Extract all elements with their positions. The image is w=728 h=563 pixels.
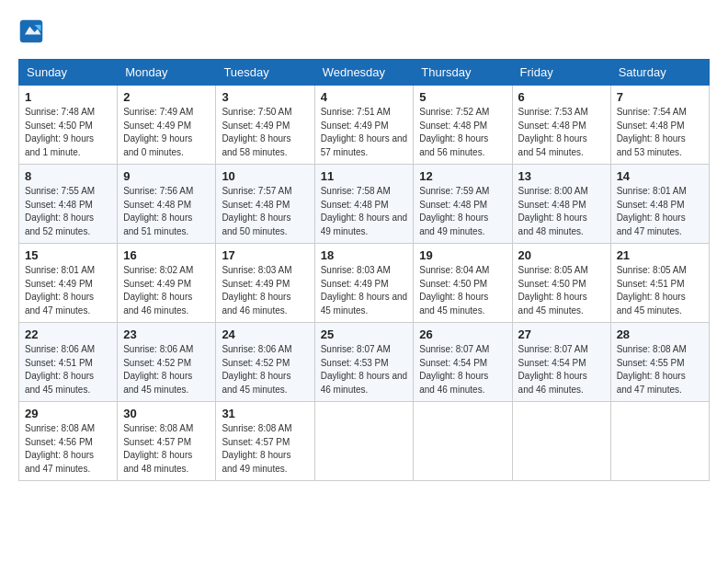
calendar-cell: 30 Sunrise: 8:08 AM Sunset: 4:57 PM Dayl… xyxy=(118,402,216,481)
logo xyxy=(18,18,48,44)
calendar-cell: 25 Sunrise: 8:07 AM Sunset: 4:53 PM Dayl… xyxy=(314,323,414,402)
day-number: 16 xyxy=(123,248,210,262)
day-number: 3 xyxy=(222,90,308,104)
calendar-cell: 11 Sunrise: 7:58 AM Sunset: 4:48 PM Dayl… xyxy=(314,165,414,244)
calendar-cell: 16 Sunrise: 8:02 AM Sunset: 4:49 PM Dayl… xyxy=(118,244,216,323)
day-number: 27 xyxy=(518,327,605,341)
calendar-cell: 4 Sunrise: 7:51 AM Sunset: 4:49 PM Dayli… xyxy=(314,86,414,165)
day-number: 5 xyxy=(419,90,506,104)
day-number: 18 xyxy=(321,248,408,262)
day-info: Sunrise: 8:07 AM Sunset: 4:53 PM Dayligh… xyxy=(321,343,408,396)
calendar-cell: 28 Sunrise: 8:08 AM Sunset: 4:55 PM Dayl… xyxy=(610,323,709,402)
calendar-week-3: 15 Sunrise: 8:01 AM Sunset: 4:49 PM Dayl… xyxy=(19,244,710,323)
day-number: 24 xyxy=(222,327,308,341)
day-number: 22 xyxy=(25,327,111,341)
column-header-tuesday: Tuesday xyxy=(216,60,314,86)
day-info: Sunrise: 8:05 AM Sunset: 4:51 PM Dayligh… xyxy=(617,264,703,317)
day-info: Sunrise: 7:48 AM Sunset: 4:50 PM Dayligh… xyxy=(25,106,111,159)
day-number: 2 xyxy=(123,90,210,104)
day-number: 19 xyxy=(419,248,506,262)
day-info: Sunrise: 7:53 AM Sunset: 4:48 PM Dayligh… xyxy=(518,106,605,159)
calendar-week-5: 29 Sunrise: 8:08 AM Sunset: 4:56 PM Dayl… xyxy=(19,402,710,481)
page-header xyxy=(18,18,710,44)
day-number: 21 xyxy=(617,248,703,262)
day-info: Sunrise: 8:07 AM Sunset: 4:54 PM Dayligh… xyxy=(518,343,605,396)
calendar-cell: 29 Sunrise: 8:08 AM Sunset: 4:56 PM Dayl… xyxy=(19,402,118,481)
day-info: Sunrise: 8:07 AM Sunset: 4:54 PM Dayligh… xyxy=(419,343,506,396)
column-header-thursday: Thursday xyxy=(414,60,512,86)
day-number: 7 xyxy=(617,90,703,104)
day-info: Sunrise: 8:08 AM Sunset: 4:56 PM Dayligh… xyxy=(25,422,111,476)
calendar-cell: 23 Sunrise: 8:06 AM Sunset: 4:52 PM Dayl… xyxy=(118,323,216,402)
calendar-cell: 12 Sunrise: 7:59 AM Sunset: 4:48 PM Dayl… xyxy=(414,165,512,244)
logo-icon xyxy=(18,18,44,44)
column-header-monday: Monday xyxy=(118,60,216,86)
day-info: Sunrise: 7:52 AM Sunset: 4:48 PM Dayligh… xyxy=(419,106,506,159)
calendar-cell: 24 Sunrise: 8:06 AM Sunset: 4:52 PM Dayl… xyxy=(216,323,314,402)
calendar-cell xyxy=(314,402,414,481)
day-info: Sunrise: 8:02 AM Sunset: 4:49 PM Dayligh… xyxy=(123,264,210,317)
calendar-cell: 18 Sunrise: 8:03 AM Sunset: 4:49 PM Dayl… xyxy=(314,244,414,323)
calendar-cell: 17 Sunrise: 8:03 AM Sunset: 4:49 PM Dayl… xyxy=(216,244,314,323)
day-info: Sunrise: 7:55 AM Sunset: 4:48 PM Dayligh… xyxy=(25,185,111,238)
calendar-cell: 31 Sunrise: 8:08 AM Sunset: 4:57 PM Dayl… xyxy=(216,402,314,481)
column-header-wednesday: Wednesday xyxy=(314,60,414,86)
day-number: 23 xyxy=(123,327,210,341)
calendar-cell: 13 Sunrise: 8:00 AM Sunset: 4:48 PM Dayl… xyxy=(512,165,610,244)
day-number: 17 xyxy=(222,248,308,262)
day-info: Sunrise: 8:03 AM Sunset: 4:49 PM Dayligh… xyxy=(222,264,308,317)
calendar: SundayMondayTuesdayWednesdayThursdayFrid… xyxy=(18,59,710,481)
calendar-cell: 22 Sunrise: 8:06 AM Sunset: 4:51 PM Dayl… xyxy=(19,323,118,402)
calendar-week-1: 1 Sunrise: 7:48 AM Sunset: 4:50 PM Dayli… xyxy=(19,86,710,165)
calendar-cell: 10 Sunrise: 7:57 AM Sunset: 4:48 PM Dayl… xyxy=(216,165,314,244)
day-info: Sunrise: 7:54 AM Sunset: 4:48 PM Dayligh… xyxy=(617,106,703,159)
calendar-cell: 8 Sunrise: 7:55 AM Sunset: 4:48 PM Dayli… xyxy=(19,165,118,244)
day-info: Sunrise: 8:03 AM Sunset: 4:49 PM Dayligh… xyxy=(321,264,408,317)
calendar-cell: 6 Sunrise: 7:53 AM Sunset: 4:48 PM Dayli… xyxy=(512,86,610,165)
column-header-saturday: Saturday xyxy=(610,60,709,86)
day-number: 26 xyxy=(419,327,506,341)
day-number: 25 xyxy=(321,327,408,341)
day-info: Sunrise: 8:08 AM Sunset: 4:55 PM Dayligh… xyxy=(617,343,703,396)
day-number: 15 xyxy=(25,248,111,262)
day-number: 1 xyxy=(25,90,111,104)
day-info: Sunrise: 8:08 AM Sunset: 4:57 PM Dayligh… xyxy=(222,422,308,476)
day-info: Sunrise: 8:08 AM Sunset: 4:57 PM Dayligh… xyxy=(123,422,210,476)
day-number: 8 xyxy=(25,169,111,183)
day-number: 10 xyxy=(222,169,308,183)
calendar-cell: 20 Sunrise: 8:05 AM Sunset: 4:50 PM Dayl… xyxy=(512,244,610,323)
day-number: 30 xyxy=(123,407,210,420)
calendar-cell: 26 Sunrise: 8:07 AM Sunset: 4:54 PM Dayl… xyxy=(414,323,512,402)
calendar-cell: 1 Sunrise: 7:48 AM Sunset: 4:50 PM Dayli… xyxy=(19,86,118,165)
day-number: 9 xyxy=(123,169,210,183)
calendar-cell: 21 Sunrise: 8:05 AM Sunset: 4:51 PM Dayl… xyxy=(610,244,709,323)
day-number: 6 xyxy=(518,90,605,104)
day-number: 20 xyxy=(518,248,605,262)
calendar-cell xyxy=(610,402,709,481)
day-info: Sunrise: 8:00 AM Sunset: 4:48 PM Dayligh… xyxy=(518,185,605,238)
day-info: Sunrise: 7:58 AM Sunset: 4:48 PM Dayligh… xyxy=(321,185,408,238)
calendar-cell: 3 Sunrise: 7:50 AM Sunset: 4:49 PM Dayli… xyxy=(216,86,314,165)
day-info: Sunrise: 8:01 AM Sunset: 4:49 PM Dayligh… xyxy=(25,264,111,317)
day-number: 28 xyxy=(617,327,703,341)
calendar-cell: 15 Sunrise: 8:01 AM Sunset: 4:49 PM Dayl… xyxy=(19,244,118,323)
calendar-cell: 9 Sunrise: 7:56 AM Sunset: 4:48 PM Dayli… xyxy=(118,165,216,244)
day-number: 11 xyxy=(321,169,408,183)
day-info: Sunrise: 8:06 AM Sunset: 4:52 PM Dayligh… xyxy=(222,343,308,396)
calendar-cell xyxy=(414,402,512,481)
calendar-cell xyxy=(512,402,610,481)
column-header-friday: Friday xyxy=(512,60,610,86)
day-number: 12 xyxy=(419,169,506,183)
day-info: Sunrise: 7:49 AM Sunset: 4:49 PM Dayligh… xyxy=(123,106,210,159)
calendar-cell: 2 Sunrise: 7:49 AM Sunset: 4:49 PM Dayli… xyxy=(118,86,216,165)
day-info: Sunrise: 8:05 AM Sunset: 4:50 PM Dayligh… xyxy=(518,264,605,317)
day-info: Sunrise: 8:01 AM Sunset: 4:48 PM Dayligh… xyxy=(617,185,703,238)
calendar-header-row: SundayMondayTuesdayWednesdayThursdayFrid… xyxy=(19,60,710,86)
calendar-week-2: 8 Sunrise: 7:55 AM Sunset: 4:48 PM Dayli… xyxy=(19,165,710,244)
day-info: Sunrise: 8:04 AM Sunset: 4:50 PM Dayligh… xyxy=(419,264,506,317)
calendar-week-4: 22 Sunrise: 8:06 AM Sunset: 4:51 PM Dayl… xyxy=(19,323,710,402)
day-info: Sunrise: 7:56 AM Sunset: 4:48 PM Dayligh… xyxy=(123,185,210,238)
day-number: 29 xyxy=(25,407,111,420)
day-info: Sunrise: 8:06 AM Sunset: 4:51 PM Dayligh… xyxy=(25,343,111,396)
calendar-cell: 7 Sunrise: 7:54 AM Sunset: 4:48 PM Dayli… xyxy=(610,86,709,165)
